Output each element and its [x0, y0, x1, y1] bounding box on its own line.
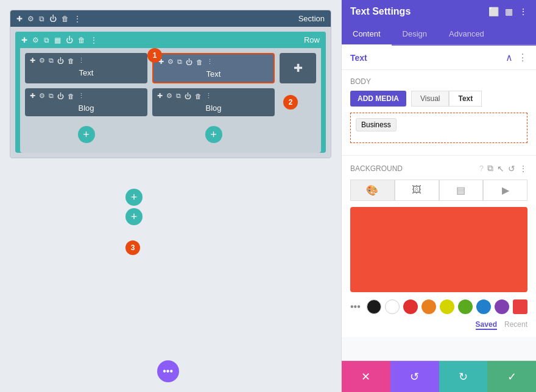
section-delete-icon[interactable]: 🗑: [62, 15, 69, 23]
tab-advanced[interactable]: Advanced: [438, 23, 495, 46]
module-3-label: Blog: [30, 103, 143, 113]
section-duplicate-icon[interactable]: ⧉: [39, 15, 44, 23]
m4-settings-icon[interactable]: ⚙: [166, 92, 172, 100]
bg-tab-image[interactable]: 🖼: [395, 180, 439, 201]
section-settings-icon[interactable]: ⚙: [27, 15, 34, 23]
m1-delete-icon[interactable]: 🗑: [68, 57, 74, 65]
color-dot-pink[interactable]: [513, 299, 527, 314]
background-section: Background ? ⧉ ↖ ↺ ⋮ 🎨 🖼 ▤ ▶ ••: [342, 156, 536, 337]
color-dot-purple[interactable]: [495, 299, 509, 314]
section-more-icon[interactable]: ⋮: [74, 15, 81, 23]
module-3-header: ✚ ⚙ ⧉ ⏻ 🗑 ⋮: [30, 92, 143, 100]
settings-panel: Text Settings ⬜ ▦ ⋮ Content Design Advan…: [341, 0, 536, 392]
module-card-text-1[interactable]: ✚ ⚙ ⧉ ⏻ 🗑 ⋮ Text: [25, 53, 147, 83]
tab-content[interactable]: Content: [342, 23, 392, 46]
m2-more-icon[interactable]: ⋮: [206, 58, 213, 66]
m2-settings-icon[interactable]: ⚙: [168, 58, 174, 66]
background-label: Background: [350, 164, 403, 173]
text-preview-area[interactable]: Business: [350, 113, 527, 143]
section-move-icon[interactable]: ✚: [16, 15, 23, 23]
m2-delete-icon[interactable]: 🗑: [196, 58, 203, 66]
row-toggle-icon[interactable]: ⏻: [66, 36, 73, 44]
m4-duplicate-icon[interactable]: ⧉: [176, 92, 181, 100]
text-section-title: Text: [350, 53, 367, 63]
bg-reset-icon[interactable]: ↺: [508, 164, 515, 173]
bg-tab-color[interactable]: 🎨: [350, 180, 395, 201]
panel-footer: ✕ ↺ ↻ ✓: [342, 360, 536, 392]
m2-toggle-icon[interactable]: ⏻: [186, 58, 192, 66]
module-4-label: Blog: [157, 103, 270, 113]
m2-duplicate-icon[interactable]: ⧉: [177, 58, 182, 66]
m4-delete-icon[interactable]: 🗑: [195, 93, 202, 100]
panel-title: Text Settings: [350, 6, 411, 17]
m1-settings-icon[interactable]: ⚙: [39, 57, 45, 65]
recent-tab[interactable]: Recent: [504, 320, 527, 330]
bg-cursor-icon[interactable]: ↖: [497, 164, 504, 173]
tab-design[interactable]: Design: [392, 23, 438, 46]
m1-duplicate-icon[interactable]: ⧉: [49, 57, 54, 65]
row-duplicate-icon[interactable]: ⧉: [44, 36, 49, 44]
save-btn[interactable]: ✓: [487, 361, 536, 392]
redo-btn[interactable]: ↻: [439, 361, 488, 392]
module-2-label: Text: [158, 69, 269, 79]
m3-toggle-icon[interactable]: ⏻: [57, 93, 64, 100]
section-toggle-icon[interactable]: ⏻: [49, 15, 57, 23]
m3-delete-icon[interactable]: 🗑: [68, 93, 74, 100]
color-dot-red[interactable]: [403, 299, 418, 314]
panel-columns-icon[interactable]: ▦: [505, 7, 513, 16]
floating-add-buttons: + +: [125, 189, 143, 225]
module-card-blog-1[interactable]: ✚ ⚙ ⧉ ⏻ 🗑 ⋮ Blog: [25, 88, 147, 116]
module-partial-col3: ✚: [280, 53, 316, 83]
tab-text[interactable]: Text: [449, 91, 482, 107]
color-dot-green[interactable]: [458, 299, 473, 314]
tab-visual[interactable]: Visual: [411, 91, 449, 107]
bg-copy-icon[interactable]: ⧉: [487, 163, 493, 173]
m3-settings-icon[interactable]: ⚙: [39, 92, 45, 100]
add-module-col1-btn[interactable]: +: [78, 126, 95, 143]
more-options-btn[interactable]: •••: [157, 360, 179, 382]
row-move-icon[interactable]: ✚: [21, 36, 27, 44]
bg-tab-gradient[interactable]: ▤: [439, 180, 484, 201]
saved-tab[interactable]: Saved: [476, 320, 497, 330]
cancel-icon: ✕: [361, 370, 370, 383]
panel-expand-icon[interactable]: ⬜: [488, 7, 499, 16]
cancel-btn[interactable]: ✕: [342, 361, 390, 392]
add-media-btn[interactable]: ADD MEDIA: [350, 91, 406, 107]
bg-help-icon[interactable]: ?: [479, 164, 484, 173]
col3-move-icon[interactable]: ✚: [294, 61, 303, 75]
panel-more-icon[interactable]: ⋮: [519, 7, 527, 16]
row-delete-icon[interactable]: 🗑: [78, 36, 85, 44]
m4-move-icon[interactable]: ✚: [157, 92, 163, 100]
color-dot-white[interactable]: [385, 299, 400, 314]
m3-more-icon[interactable]: ⋮: [78, 92, 85, 100]
undo-btn[interactable]: ↺: [390, 361, 439, 392]
add-module-col2-btn[interactable]: +: [205, 126, 222, 143]
m4-toggle-icon[interactable]: ⏻: [185, 93, 191, 100]
text-more-icon[interactable]: ⋮: [518, 52, 527, 63]
color-dot-blue[interactable]: [476, 299, 491, 314]
m1-toggle-icon[interactable]: ⏻: [57, 57, 64, 65]
step-badge-1: 1: [147, 48, 162, 63]
color-more-icon[interactable]: •••: [350, 301, 361, 312]
section-container: ✚ ⚙ ⧉ ⏻ 🗑 ⋮ Section ✚ ⚙ ⧉ ▦ ⏻ 🗑 ⋮: [10, 10, 331, 158]
color-swatch[interactable]: [350, 207, 527, 292]
m4-more-icon[interactable]: ⋮: [205, 92, 212, 100]
m3-move-icon[interactable]: ✚: [30, 92, 35, 100]
module-card-text-2[interactable]: 1 ✚ ⚙ ⧉ ⏻ 🗑 ⋮ Text: [152, 53, 275, 83]
color-dot-black[interactable]: [367, 299, 381, 314]
text-collapse-icon[interactable]: ∧: [506, 52, 513, 63]
module-card-blog-2[interactable]: ✚ ⚙ ⧉ ⏻ 🗑 ⋮ Blog 2: [152, 88, 275, 116]
bg-tab-video[interactable]: ▶: [483, 180, 527, 201]
row-settings-icon[interactable]: ⚙: [32, 36, 39, 44]
add-section-btn[interactable]: +: [125, 208, 143, 225]
color-dot-orange[interactable]: [421, 299, 436, 314]
color-dot-yellow[interactable]: [440, 299, 454, 314]
m1-move-icon[interactable]: ✚: [30, 57, 35, 65]
m3-duplicate-icon[interactable]: ⧉: [49, 92, 54, 100]
m1-more-icon[interactable]: ⋮: [78, 57, 85, 65]
row-columns-icon[interactable]: ▦: [54, 36, 61, 44]
add-row-btn[interactable]: +: [125, 189, 143, 206]
bg-more-icon[interactable]: ⋮: [519, 164, 527, 173]
row-more-icon[interactable]: ⋮: [90, 36, 97, 44]
section-label: Section: [298, 14, 325, 23]
